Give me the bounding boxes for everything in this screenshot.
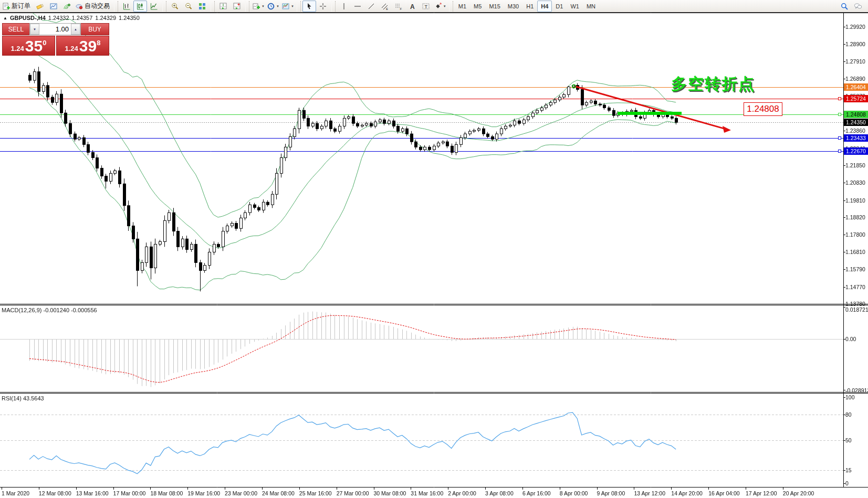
- search-button[interactable]: [838, 1, 851, 12]
- macd-scale-zero: 0.00: [845, 336, 856, 342]
- period-button[interactable]: ▼: [266, 1, 280, 12]
- price-tick-label: 1.14770: [845, 284, 865, 290]
- sell-button[interactable]: SELL: [2, 23, 29, 35]
- chart-header: ▲ GBPUSD-,H4 1.24332 1.24357 1.24329 1.2…: [3, 15, 140, 21]
- channel-icon: E: [381, 2, 389, 10]
- price-tick-label: 1.20830: [845, 179, 865, 186]
- price-tick-label: 1.28900: [845, 41, 865, 47]
- timeframe-h4[interactable]: H4: [537, 1, 552, 12]
- sell-price-big: 35: [25, 38, 43, 54]
- cascade-icon: [233, 2, 241, 10]
- buy-price-big: 39: [79, 38, 97, 54]
- svg-text:T: T: [424, 4, 427, 9]
- trendline-button[interactable]: [364, 1, 378, 12]
- timeframe-m15[interactable]: M15: [485, 1, 504, 12]
- trading-platform-window: 新订单自动交易▼▼▼EFAT▼M1M5M15M30H1H4D1W1MN ▲ GB…: [0, 0, 868, 498]
- text-button[interactable]: A: [405, 1, 419, 12]
- template-button[interactable]: ▼: [280, 1, 295, 12]
- price-tick-label: 1.17800: [845, 231, 865, 238]
- dropdown-arrow-icon[interactable]: ▼: [443, 5, 446, 8]
- volume-decrease-button[interactable]: ▼: [30, 24, 39, 35]
- autotrade-button[interactable]: 自动交易: [74, 1, 112, 12]
- rsi-indicator-label: RSI(14) 43.5643: [2, 395, 44, 401]
- sell-price-tile[interactable]: 1.24 35 0: [2, 36, 55, 56]
- auto-arrange-icon: [219, 2, 227, 10]
- time-axis-label: 2 Apr 00:00: [448, 490, 476, 496]
- timeframe-m1[interactable]: M1: [455, 1, 470, 12]
- volume-input[interactable]: [39, 24, 71, 35]
- time-axis-label: 1 Mar 2020: [2, 490, 29, 496]
- time-axis-label: 13 Apr 12:00: [634, 490, 665, 496]
- timeframe-w1[interactable]: W1: [567, 1, 583, 12]
- timeframe-h1[interactable]: H1: [522, 1, 537, 12]
- toolbar-separator: [211, 1, 215, 12]
- toolbar-separator: [162, 1, 166, 12]
- time-axis-label: 18 Mar 08:00: [150, 490, 183, 496]
- macd-scale-max: 0.018721: [845, 306, 868, 313]
- vertical-line-button[interactable]: [337, 1, 351, 12]
- price-line-badge: 1.25724: [844, 95, 868, 102]
- template-icon: [281, 2, 290, 10]
- zoom-in-button[interactable]: [168, 1, 182, 12]
- chat-icon: [854, 2, 862, 10]
- time-axis-label: 20 Apr 20:00: [783, 490, 814, 496]
- highlighter-button[interactable]: [33, 1, 47, 12]
- chat-button[interactable]: [851, 1, 865, 12]
- arrows-button[interactable]: ▼: [433, 1, 447, 12]
- candle-chart-button[interactable]: [133, 1, 147, 12]
- cascade-button[interactable]: [230, 1, 244, 12]
- rsi-tick-label: 50: [845, 437, 852, 443]
- line-chart-button[interactable]: [147, 1, 161, 12]
- autotrade-icon: [75, 2, 83, 10]
- price-tick-label: 1.16810: [845, 249, 865, 255]
- toolbar-separator: [331, 1, 336, 12]
- bar-chart-button[interactable]: [120, 1, 133, 12]
- timeframe-d1[interactable]: D1: [552, 1, 567, 12]
- crosshair-button[interactable]: [316, 1, 330, 12]
- price-tick-label: 1.19810: [845, 197, 865, 204]
- arrows-icon: [434, 2, 442, 10]
- new-order-button[interactable]: 新订单: [1, 1, 33, 12]
- buy-button[interactable]: BUY: [81, 23, 109, 35]
- add-indicator-icon: [252, 2, 260, 10]
- auto-arrange-button[interactable]: [216, 1, 230, 12]
- channel-button[interactable]: E: [378, 1, 392, 12]
- timeframe-mn[interactable]: MN: [583, 1, 599, 12]
- new-order-icon: [2, 2, 11, 10]
- price-tick-label: 1.21850: [845, 162, 865, 168]
- sell-price-main: 1.24: [11, 45, 24, 52]
- line-chart-icon: [150, 2, 158, 10]
- horizontal-line-button[interactable]: [351, 1, 364, 12]
- ohlc-high: 1.24357: [72, 15, 93, 21]
- price-line-badge: 1.26404: [844, 83, 868, 91]
- zoom-out-button[interactable]: [182, 1, 195, 12]
- price-line-badge: 1.24808: [844, 111, 868, 118]
- dropdown-arrow-icon[interactable]: ▼: [262, 5, 265, 8]
- price-callout-box[interactable]: 1.24808: [744, 102, 782, 116]
- tile-windows-button[interactable]: [195, 1, 209, 12]
- timeframe-m5[interactable]: M5: [470, 1, 485, 12]
- buy-price-tile[interactable]: 1.24 39 8: [56, 36, 109, 56]
- turning-point-annotation[interactable]: 多空转折点: [671, 73, 755, 95]
- signal-icon: [63, 2, 71, 10]
- fibonacci-button[interactable]: F: [392, 1, 405, 12]
- signal-button[interactable]: [60, 1, 74, 12]
- collapse-arrow-icon[interactable]: ▲: [3, 16, 7, 20]
- ohlc-open: 1.24332: [48, 15, 69, 21]
- ohlc-low: 1.24329: [95, 15, 116, 21]
- timeframe-m30[interactable]: M30: [504, 1, 522, 12]
- volume-increase-button[interactable]: ▲: [71, 24, 80, 35]
- toolbar-separator: [114, 1, 118, 12]
- time-axis-label: 19 Mar 16:00: [187, 490, 220, 496]
- buy-price-pip: 8: [97, 39, 100, 47]
- green-highlight-segment[interactable]: [618, 112, 682, 115]
- dropdown-arrow-icon[interactable]: ▼: [276, 5, 279, 8]
- time-axis-label: 16 Apr 04:00: [708, 490, 740, 496]
- text-label-button[interactable]: T: [419, 1, 433, 12]
- cursor-button[interactable]: [302, 1, 316, 12]
- dropdown-arrow-icon[interactable]: ▼: [291, 5, 294, 8]
- add-indicator-button[interactable]: ▼: [251, 1, 266, 12]
- time-axis-label: 25 Mar 16:00: [299, 490, 332, 496]
- current-price-badge: 1.24350: [844, 119, 868, 126]
- market-watch-button[interactable]: [47, 1, 60, 12]
